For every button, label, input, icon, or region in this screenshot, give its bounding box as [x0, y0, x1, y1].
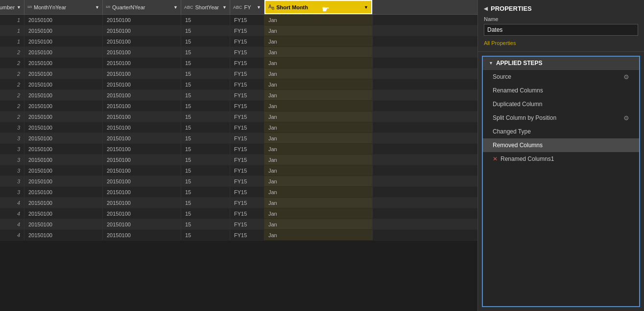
cell-shortyear: 15	[181, 36, 230, 46]
cell-quarternyear: 20150100	[103, 133, 181, 143]
cell-shortmonth: Jan	[264, 165, 372, 176]
step-label-changed_type: Changed Type	[493, 128, 531, 135]
col-header-shortyear[interactable]: ABC ShortYear ▼	[181, 0, 230, 14]
table-row: 2201501002015010015FY15Jan	[0, 79, 477, 90]
cell-monthnyear: 20150100	[24, 165, 103, 176]
cell-weeknumber: 3	[0, 187, 24, 197]
row-gutter	[372, 25, 378, 36]
table-row: 2201501002015010015FY15Jan	[0, 58, 477, 68]
cell-shortmonth: Jan	[264, 144, 372, 154]
table-row: 4201501002015010015FY15Jan	[0, 208, 477, 219]
table-row: 2201501002015010015FY15Jan	[0, 68, 477, 79]
col-dropdown-fy[interactable]: ▼	[257, 5, 261, 10]
table-area: ¹²³ ek Number ▼ ¹²³ MonthYnYear ▼ ¹²³ Qu…	[0, 0, 477, 311]
row-gutter	[372, 15, 378, 25]
applied-steps-header: APPLIED STEPS	[483, 57, 639, 70]
row-gutter	[372, 79, 378, 89]
step-label-source: Source	[493, 73, 511, 80]
row-gutter	[372, 208, 378, 219]
cell-fy: FY15	[230, 208, 264, 219]
col-dropdown-shortyear[interactable]: ▼	[222, 5, 227, 10]
col-header-quarternyear[interactable]: ¹²³ QuarterNYear ▼	[103, 0, 181, 14]
step-item-removed_columns[interactable]: Removed Columns	[483, 138, 639, 152]
cell-shortmonth: Jan	[264, 101, 372, 111]
cell-weeknumber: 4	[0, 198, 24, 208]
col-header-fy[interactable]: ABC FY ▼	[230, 0, 264, 14]
cell-monthnyear: 20150100	[24, 79, 103, 89]
gear-icon[interactable]: ⚙	[623, 73, 629, 81]
table-row: 2201501002015010015FY15Jan	[0, 90, 477, 101]
table-body: 1201501002015010015FY15Jan12015010020150…	[0, 15, 477, 311]
cell-shortyear: 15	[181, 15, 230, 25]
cell-weeknumber: 3	[0, 133, 24, 143]
cell-fy: FY15	[230, 230, 264, 240]
name-input[interactable]	[484, 24, 638, 36]
cell-shortmonth: Jan	[264, 90, 372, 100]
row-gutter	[372, 219, 378, 229]
cell-weeknumber: 3	[0, 176, 24, 186]
step-item-source[interactable]: Source⚙	[483, 70, 639, 84]
cell-fy: FY15	[230, 155, 264, 165]
step-item-renamed_columns[interactable]: Renamed Columns	[483, 84, 639, 97]
cell-monthnyear: 20150100	[24, 176, 103, 186]
table-row: 1201501002015010015FY15Jan	[0, 15, 477, 25]
col-header-monthnyear[interactable]: ¹²³ MonthYnYear ▼	[24, 0, 103, 14]
cell-shortmonth: Jan	[264, 36, 372, 46]
cell-weeknumber: 3	[0, 155, 24, 165]
col-label-shortmonth: Short Month	[276, 4, 308, 10]
table-row: 2201501002015010015FY15Jan	[0, 101, 477, 111]
row-gutter	[372, 133, 378, 143]
cell-shortyear: 15	[181, 101, 230, 111]
table-row: 3201501002015010015FY15Jan	[0, 176, 477, 187]
cell-shortyear: 15	[181, 165, 230, 176]
all-properties-link[interactable]: All Properties	[484, 40, 516, 46]
cell-shortyear: 15	[181, 187, 230, 197]
row-gutter	[372, 187, 378, 197]
gear-icon[interactable]: ⚙	[623, 114, 629, 122]
cell-monthnyear: 20150100	[24, 90, 103, 100]
cell-weeknumber: 2	[0, 79, 24, 89]
cell-quarternyear: 20150100	[103, 111, 181, 122]
cell-monthnyear: 20150100	[24, 219, 103, 229]
table-row: 1201501002015010015FY15Jan	[0, 25, 477, 36]
cell-fy: FY15	[230, 122, 264, 133]
col-header-shortmonth[interactable]: AB Short Month ▼ ☛	[264, 0, 372, 14]
step-item-split_column_by_position[interactable]: Split Column by Position⚙	[483, 111, 639, 125]
cell-quarternyear: 20150100	[103, 230, 181, 240]
table-row: 3201501002015010015FY15Jan	[0, 144, 477, 155]
cell-quarternyear: 20150100	[103, 36, 181, 46]
cell-quarternyear: 20150100	[103, 58, 181, 68]
cell-shortyear: 15	[181, 25, 230, 36]
cell-quarternyear: 20150100	[103, 208, 181, 219]
properties-section: PROPERTIES Name All Properties	[478, 0, 644, 52]
step-item-duplicated_column[interactable]: Duplicated Column	[483, 97, 639, 111]
step-item-changed_type[interactable]: Changed Type	[483, 125, 639, 138]
cell-monthnyear: 20150100	[24, 47, 103, 57]
cell-fy: FY15	[230, 219, 264, 229]
cell-shortmonth: Jan	[264, 176, 372, 186]
table-row: 2201501002015010015FY15Jan	[0, 47, 477, 58]
col-dropdown-quarternyear[interactable]: ▼	[173, 5, 178, 10]
table-header: ¹²³ ek Number ▼ ¹²³ MonthYnYear ▼ ¹²³ Qu…	[0, 0, 477, 15]
cell-weeknumber: 1	[0, 36, 24, 46]
row-gutter	[372, 68, 378, 79]
cell-monthnyear: 20150100	[24, 133, 103, 143]
col-dropdown-weeknumber[interactable]: ▼	[17, 5, 21, 10]
cell-monthnyear: 20150100	[24, 230, 103, 240]
type-icon-shortyear: ABC	[184, 5, 193, 10]
step-item-renamed_columns1[interactable]: ✕Renamed Columns1	[483, 152, 639, 166]
applied-steps-title: APPLIED STEPS	[496, 60, 543, 67]
cell-shortmonth: Jan	[264, 198, 372, 208]
cell-quarternyear: 20150100	[103, 165, 181, 176]
cell-shortyear: 15	[181, 58, 230, 68]
cell-fy: FY15	[230, 133, 264, 143]
col-dropdown-shortmonth[interactable]: ▼	[364, 5, 368, 10]
cell-shortyear: 15	[181, 111, 230, 122]
col-header-weeknumber[interactable]: ¹²³ ek Number ▼	[0, 0, 24, 14]
row-gutter	[372, 122, 378, 133]
cell-shortmonth: Jan	[264, 58, 372, 68]
cell-weeknumber: 2	[0, 68, 24, 79]
table-row: 3201501002015010015FY15Jan	[0, 187, 477, 198]
col-dropdown-monthnyear[interactable]: ▼	[95, 5, 99, 10]
step-label-renamed_columns: Renamed Columns	[493, 87, 543, 94]
